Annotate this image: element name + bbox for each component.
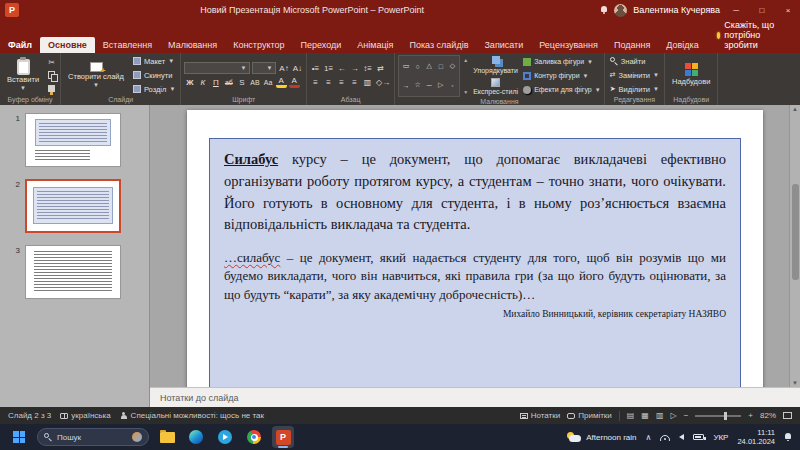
layout-button[interactable]: Макет▼ [131, 55, 177, 67]
star-shape-icon[interactable]: ☆ [414, 81, 420, 89]
wifi-icon[interactable] [660, 434, 670, 441]
font-size-select[interactable]: ▼ [252, 62, 276, 74]
notes-panel[interactable]: Нотатки до слайда [150, 387, 800, 407]
format-painter-button[interactable] [46, 83, 57, 94]
zoom-level[interactable]: 82% [760, 411, 776, 420]
line-spacing-button[interactable]: ↕≡ [362, 62, 373, 74]
font-color-button[interactable]: А [289, 76, 300, 88]
dot-shape-icon[interactable]: ◦ [451, 82, 453, 89]
tab-insert[interactable]: Вставлення [95, 37, 160, 53]
user-name[interactable]: Валентина Кучерява [633, 5, 720, 15]
cut-button[interactable]: ✂ [46, 57, 57, 68]
slide-1-thumbnail[interactable] [25, 113, 121, 167]
ellipse-shape-icon[interactable]: ○ [415, 63, 419, 70]
tray-overflow-chevron[interactable]: ∧ [646, 433, 652, 442]
powerpoint-taskbar-icon[interactable]: P [272, 426, 294, 448]
character-spacing-button[interactable]: АВ [249, 76, 260, 88]
justify-button[interactable]: ≡ [349, 76, 360, 88]
normal-view-button[interactable]: ▤ [627, 411, 635, 420]
telegram-taskbar-icon[interactable] [214, 426, 236, 448]
section-button[interactable]: Розділ▼ [131, 83, 177, 95]
volume-icon[interactable] [679, 434, 684, 440]
decrease-indent-button[interactable]: ← [336, 62, 347, 74]
comments-toggle-button[interactable]: Примітки [567, 411, 612, 420]
zoom-in-button[interactable]: + [748, 411, 753, 420]
tab-record[interactable]: Записати [476, 37, 531, 53]
quick-styles-button[interactable]: Експрес-стилі [471, 77, 520, 96]
text-direction-button[interactable]: ⇄ [375, 62, 386, 74]
copy-button[interactable] [46, 70, 57, 81]
slide-counter[interactable]: Слайд 2 з 3 [8, 411, 51, 420]
slideshow-view-button[interactable]: ▷ [670, 411, 676, 420]
text-shadow-button[interactable]: S [236, 76, 247, 88]
zoom-slider-thumb[interactable] [724, 412, 727, 420]
slide-2-thumbnail[interactable] [25, 179, 121, 233]
slide-3-thumbnail[interactable] [25, 245, 121, 299]
shape-fill-button[interactable]: Заливка фігури▼ [523, 56, 601, 68]
notifications-bell-icon[interactable] [600, 6, 608, 14]
edge-taskbar-icon[interactable] [185, 426, 207, 448]
tab-help[interactable]: Довідка [658, 37, 706, 53]
bold-button[interactable]: Ж [184, 76, 195, 88]
taskbar-search[interactable]: Пошук [37, 428, 149, 446]
highlight-color-button[interactable]: А [276, 76, 287, 88]
slide-sorter-view-button[interactable]: ▦ [641, 411, 649, 420]
arrange-button[interactable]: Упорядкувати [471, 55, 520, 75]
font-name-select[interactable]: ▼ [184, 62, 250, 74]
align-left-button[interactable]: ≡ [310, 76, 321, 88]
current-slide[interactable]: Силабус курсу – це документ, що допомага… [187, 110, 763, 387]
scroll-up-icon[interactable]: ▲ [463, 57, 468, 63]
notification-center-icon[interactable] [784, 433, 792, 441]
weather-widget[interactable]: Afternoon rain [566, 432, 636, 443]
shape-effects-button[interactable]: Ефекти для фігур▼ [523, 84, 601, 96]
line-shape-icon[interactable]: ─ [427, 82, 432, 89]
strikethrough-button[interactable]: аб [223, 76, 234, 88]
notes-toggle-button[interactable]: Нотатки [520, 411, 561, 420]
chrome-taskbar-icon[interactable] [243, 426, 265, 448]
align-center-button[interactable]: ≡ [323, 76, 334, 88]
tab-draw[interactable]: Малювання [160, 37, 225, 53]
clock-widget[interactable]: 11:11 24.01.2024 [737, 428, 775, 447]
triangle-shape-icon[interactable]: △ [426, 62, 431, 70]
decrease-font-button[interactable]: A↓ [292, 62, 303, 74]
select-button[interactable]: ➤Виділити▼ [608, 83, 661, 95]
fit-to-window-button[interactable] [783, 412, 792, 419]
tab-view[interactable]: Подання [606, 37, 658, 53]
change-case-button[interactable]: Аа [263, 76, 274, 88]
battery-icon[interactable] [693, 434, 704, 440]
shapes-gallery[interactable]: ▭ ○ △ □ ◇ → ☆ ─ ▷ ◦ [398, 55, 460, 97]
close-button[interactable]: × [778, 6, 798, 15]
tellme-search[interactable]: Скажіть, що потрібно зробити [707, 20, 800, 53]
tab-file[interactable]: Файл [0, 37, 40, 53]
shape-outline-button[interactable]: Контур фігури▼ [523, 70, 601, 82]
tab-home[interactable]: Основне [40, 37, 95, 53]
columns-button[interactable]: ▥ [362, 76, 373, 88]
slide-canvas[interactable]: Силабус курсу – це документ, що допомага… [150, 105, 800, 387]
language-indicator[interactable]: українська [60, 411, 110, 420]
triangle-right-shape-icon[interactable]: ▷ [438, 81, 443, 89]
vertical-scrollbar[interactable]: ▲ ▼ [789, 105, 800, 387]
diamond-shape-icon[interactable]: ◇ [450, 62, 455, 70]
bullets-button[interactable]: •≡ [310, 62, 321, 74]
slide-textbox[interactable]: Силабус курсу – це документ, що допомага… [209, 138, 741, 387]
powerpoint-app-icon[interactable]: P [5, 3, 19, 17]
new-slide-button[interactable]: Створити слайд ▼ [64, 55, 128, 95]
square-shape-icon[interactable]: □ [439, 63, 443, 70]
rectangle-shape-icon[interactable]: ▭ [403, 62, 410, 70]
tab-slideshow[interactable]: Показ слайдів [401, 37, 476, 53]
addins-button[interactable]: Надбудови [668, 55, 714, 95]
paste-button[interactable]: Вставити ▼ [3, 55, 43, 95]
minimize-button[interactable]: ─ [726, 6, 746, 15]
numbering-button[interactable]: 1≡ [323, 62, 334, 74]
accessibility-checker[interactable]: Спеціальні можливості: щось не так [120, 411, 264, 420]
tab-animations[interactable]: Анімація [349, 37, 401, 53]
tab-design[interactable]: Конструктор [225, 37, 292, 53]
shapes-gallery-scroll[interactable]: ▲ ▼ [463, 55, 468, 97]
replace-button[interactable]: ⇄Замінити▼ [608, 69, 661, 81]
underline-button[interactable]: П [210, 76, 221, 88]
tab-review[interactable]: Рецензування [531, 37, 606, 53]
keyboard-language[interactable]: УКР [713, 433, 728, 442]
scroll-down-icon[interactable]: ▼ [463, 89, 468, 95]
find-button[interactable]: Знайти [608, 55, 661, 67]
smartart-convert-button[interactable]: ◇→ [375, 76, 391, 88]
